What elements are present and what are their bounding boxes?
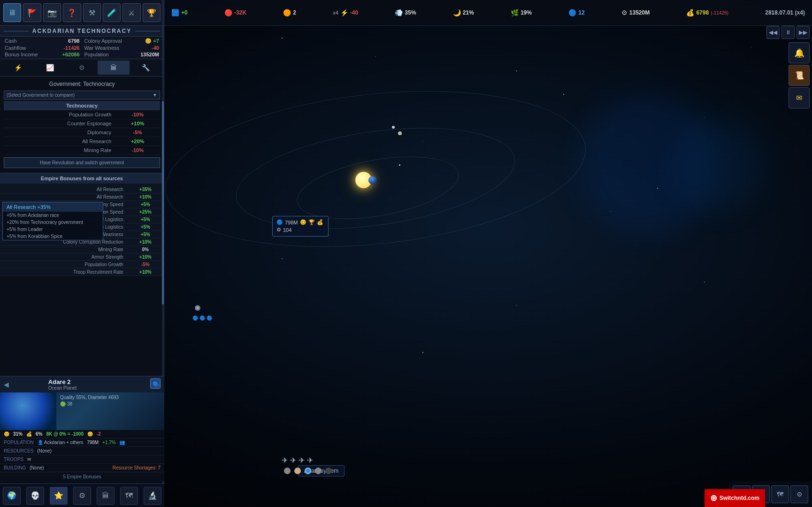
playback-pause-btn[interactable]: ⏸ [781,26,795,39]
planet-selector-3[interactable] [305,468,311,474]
energy-value: -40 [350,9,358,16]
cashflow-label: Cashflow [5,45,26,51]
tooltip-item-1: +5% from Ackdarian race [3,212,103,219]
colonists-icon: 🟠 [283,9,291,16]
toolbar-home-btn[interactable]: 🖥 [3,3,21,22]
bottom-planets-btn[interactable]: 🌍 [3,487,21,505]
gov-table-header: Technocracy [4,101,160,110]
planet-selector-4[interactable] [315,468,322,474]
planet-prev-btn[interactable]: ◀ [4,381,9,388]
ship-icon-3[interactable]: ✈ [299,456,305,465]
tooltip-item-2: +20% from Technocracy government [3,219,103,226]
switch-banner: ⊕ Switchntd.com [705,489,765,507]
tab-growth[interactable]: 📈 [34,61,66,75]
ships-count-tooltip: 104 [283,227,291,233]
stat-resource2: 🔴 -32K [224,9,246,16]
planet-selector [284,468,332,474]
table-row: Mining Rate -10% [4,146,160,155]
panel-tabs: ⚡ 📈 ⚙ 🏛 🔧 [0,59,164,77]
bonus-all-research-value: +35% [127,186,164,193]
mining-rate-value: -10% [115,146,160,155]
counter-esp-label: Counter Espionage [4,119,115,128]
stat-energy: x4 ⚡ -40 [333,9,358,16]
bottom-taskbar: 🌍 💀 ⭐ ⚙ 🏛 🗺 🔬 [0,484,164,507]
bonus-income-row: Bonus Income +62086 [2,51,82,58]
toolbar-flag-btn[interactable]: 🚩 [23,3,41,22]
planet-panel: ◀ Adare 2 Ocean Planet 🔵 ▶ Quality 55%, … [0,376,164,481]
toolbar: 🖥 🚩 📷 ❓ ⚒ 🧪 ⚔ 🏆 [0,0,164,26]
energy-prefix: x4 [333,10,338,15]
bonus-armor-label: Armor Strength [0,254,127,261]
playback-controls: ◀◀ ⏸ ▶▶ [766,26,810,39]
playback-next-btn[interactable]: ▶▶ [797,26,810,39]
stat-resource1: 🟦 +0 [171,9,188,16]
planet-mood-icon: 😊 [300,219,306,225]
br-map-btn[interactable]: 🗺 [771,485,789,503]
planet-image-area: Quality 55%, Diameter 4693 🟢 38 [0,392,164,430]
all-research-tooltip: All Research +35% +5% from Ackdarian rac… [2,202,103,240]
moon-icon: 🌙 [453,9,461,16]
toolbar-build-btn[interactable]: ⚒ [83,3,101,22]
bio-icon: 🌿 [511,9,519,16]
tab-config[interactable]: 🔧 [130,61,161,75]
resources-label: RESOURCES [4,448,33,453]
tab-government[interactable]: 🏛 [98,61,130,75]
planet-thumbnail [0,392,56,430]
toolbar-research-btn[interactable]: 🧪 [103,3,121,22]
pop-total: 13520M [629,9,650,16]
planet-stats-row: 😊 31% 💰 6% 8K @ 0% = -1000 😐 -2 [0,430,164,438]
ship-icon-1[interactable]: ✈ [282,456,288,465]
bottom-buildings-btn[interactable]: 🏛 [97,487,115,505]
resource-shortages: Resource Shortages: 7 [113,465,161,470]
planet-selector-2[interactable] [294,468,301,474]
population-icon: 👤 [38,440,43,445]
tab-economy[interactable]: ⚡ [2,61,34,75]
br-settings-btn[interactable]: ⚙ [790,485,808,503]
toolbar-camera-btn[interactable]: 📷 [43,3,61,22]
empire-header: ACKDARIAN TECHNOCRACY [0,26,164,37]
bonus-all-research-label: All Research [0,186,127,193]
population-value: 13520M [140,52,159,57]
switch-text: Switchntd.com [720,495,759,501]
cash-value: 6798 [68,38,79,44]
diplomacy-value: -5% [115,128,160,137]
playback-prev-btn[interactable]: ◀◀ [766,26,780,39]
planet-selector-5[interactable] [325,468,332,474]
toolbar-help-btn[interactable]: ❓ [63,3,81,22]
planet-pop-icon: 🔵 [276,219,283,225]
bottom-research-btn[interactable]: 🔬 [144,487,161,505]
stat-bio: 🌿 19% [511,9,532,16]
tab-settings[interactable]: ⚙ [66,61,98,75]
messages-btn[interactable]: ✉ [789,87,810,108]
toolbar-military-btn[interactable]: ⚔ [123,3,140,22]
compare-dropdown[interactable]: (Select Government to compare) ▼ [4,91,160,100]
diplomacy-btn[interactable]: 📜 [789,65,810,86]
counter-esp-value: +10% [115,119,160,128]
planet-quality: Quality 55%, Diameter 4693 [60,395,119,400]
bottom-favorites-btn[interactable]: ⭐ [50,487,68,505]
empire-bonuses-title: Empire Bonuses from all sources [0,173,164,184]
bio-value: 19% [521,9,532,16]
revolution-button[interactable]: Have Revolution and switch government [4,157,160,168]
title-line-left [4,31,29,31]
building-label: BUILDING [4,465,26,470]
bonus-armor-value: +10% [127,254,164,261]
approval-value: -2 [97,431,101,437]
tax-value: 6% [36,431,42,437]
ship-icon-4[interactable]: ✈ [307,456,313,465]
population-label: Population [84,52,109,57]
compare-placeholder: (Select Government to compare) [7,92,75,98]
table-row: Mining Rate 0% [0,246,164,254]
bottom-threats-btn[interactable]: 💀 [26,487,44,505]
notifications-btn[interactable]: 🔔 [789,42,810,63]
bottom-empire-btn[interactable]: ⚙ [73,487,91,505]
troops-value: ✉ [27,457,31,462]
toolbar-victory-btn[interactable]: 🏆 [143,3,161,22]
planet-selector-1[interactable] [284,468,291,474]
bonus-all-research2-value: +10% [127,193,164,201]
ship-icon-2[interactable]: ✈ [290,456,296,465]
bottom-map-btn[interactable]: 🗺 [120,487,138,505]
government-section: Government: Technocracy (Select Governme… [0,77,164,173]
approval-icon: 😐 [87,431,93,437]
planet-view-btn[interactable]: 🔵 [150,378,161,389]
